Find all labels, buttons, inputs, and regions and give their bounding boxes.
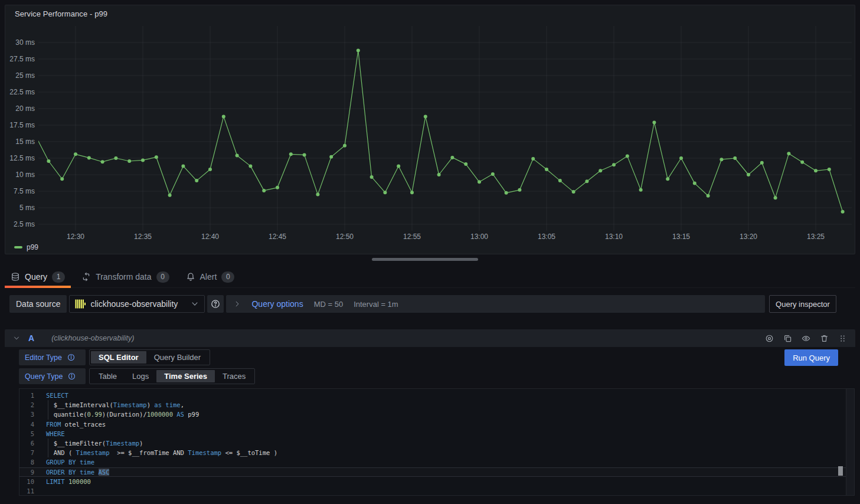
code-text: quantile(0.99)(Duration)/1000000 AS p99 — [46, 410, 199, 419]
svg-text:12:50: 12:50 — [336, 233, 354, 241]
datasource-value: clickhouse-observability — [90, 299, 178, 309]
svg-text:7.5 ms: 7.5 ms — [14, 187, 35, 195]
indent-guide — [48, 410, 48, 419]
tab-query[interactable]: Query1 — [5, 266, 71, 287]
code-text: LIMIT 100000 — [46, 477, 91, 486]
timeseries-chart[interactable]: 2.5 ms5 ms7.5 ms10 ms12.5 ms15 ms17.5 ms… — [5, 23, 855, 243]
line-number: 7 — [19, 448, 34, 457]
chevron-right-icon — [234, 300, 241, 307]
editor-type-label: Editor Type — [19, 349, 86, 365]
query-ref-id[interactable]: A — [28, 333, 34, 343]
code-text: ORDER BY time ASC — [46, 467, 109, 477]
indent-guide — [48, 438, 48, 448]
line-number: 8 — [19, 457, 34, 467]
query-inspector-button[interactable]: Query inspector — [769, 295, 836, 313]
query-header-actions — [765, 334, 847, 343]
editor-type-row: Editor Type SQL EditorQuery Builder — [19, 349, 855, 365]
run-query-button[interactable]: Run Query — [784, 349, 838, 366]
clickhouse-logo-icon — [75, 299, 86, 309]
svg-text:13:00: 13:00 — [470, 233, 488, 241]
query-type-option-table[interactable]: Table — [91, 370, 125, 382]
line-number: 10 — [19, 477, 34, 486]
datasource-row: Data source clickhouse-observability Que… — [9, 295, 836, 313]
sql-line-1: 1SELECT — [19, 391, 854, 400]
svg-text:2.5 ms: 2.5 ms — [14, 220, 35, 228]
active-tab-indicator — [5, 286, 71, 288]
tab-count-badge: 1 — [52, 271, 65, 283]
editor-scrollbar[interactable] — [846, 389, 854, 495]
svg-text:12.5 ms: 12.5 ms — [9, 154, 35, 162]
tab-alert[interactable]: Alert0 — [180, 266, 241, 287]
query-options-toggle[interactable]: Query options — [251, 299, 303, 309]
eye-icon[interactable] — [802, 334, 810, 343]
sql-lines: 1SELECT2 $__timeInterval(Timestamp) as t… — [19, 391, 854, 496]
timeseries-panel: Service Performance - p99 2.5 ms5 ms7.5 … — [5, 5, 855, 254]
line-number: 5 — [19, 429, 34, 438]
sql-line-11: 11 — [19, 486, 854, 496]
datasource-help-button[interactable] — [207, 295, 224, 313]
sql-line-10: 10LIMIT 100000 — [19, 477, 854, 486]
svg-text:5 ms: 5 ms — [19, 204, 35, 212]
query-type-option-traces[interactable]: Traces — [215, 370, 253, 382]
chevron-down-icon — [191, 300, 199, 308]
panel-title[interactable]: Service Performance - p99 — [5, 5, 855, 18]
datasource-label: Data source — [9, 295, 67, 313]
query-row-header[interactable]: A (clickhouse-observability) — [5, 329, 855, 347]
query-type-row: Query Type TableLogsTime SeriesTraces — [19, 368, 855, 384]
code-text: GROUP BY time — [46, 457, 94, 467]
database-icon — [11, 272, 20, 282]
line-number: 6 — [19, 438, 34, 448]
trash-icon[interactable] — [820, 334, 829, 343]
editor-type-option-query-builder[interactable]: Query Builder — [146, 351, 208, 364]
svg-text:12:40: 12:40 — [201, 233, 219, 241]
timeseries-svg[interactable]: 2.5 ms5 ms7.5 ms10 ms12.5 ms15 ms17.5 ms… — [5, 23, 855, 243]
sql-code-editor[interactable]: 1SELECT2 $__timeInterval(Timestamp) as t… — [19, 388, 855, 496]
svg-text:17.5 ms: 17.5 ms — [9, 121, 35, 129]
tab-bar: Query1Transform data0Alert0 — [5, 266, 855, 287]
editor-type-option-sql-editor[interactable]: SQL Editor — [91, 351, 146, 364]
svg-text:12:30: 12:30 — [67, 233, 84, 241]
svg-text:15 ms: 15 ms — [15, 138, 35, 146]
datasource-picker[interactable]: clickhouse-observability — [69, 295, 205, 313]
collapse-caret-icon[interactable] — [13, 335, 20, 342]
sql-line-4: 4FROM otel_traces — [19, 420, 854, 429]
svg-text:20 ms: 20 ms — [15, 104, 35, 113]
sql-line-2: 2 $__timeInterval(Timestamp) as time, — [19, 400, 854, 410]
svg-text:13:10: 13:10 — [605, 233, 623, 241]
line-number: 4 — [19, 420, 34, 429]
svg-text:27.5 ms: 27.5 ms — [9, 55, 35, 63]
sql-line-8: 8GROUP BY time — [19, 457, 854, 467]
copy-icon[interactable] — [783, 334, 792, 343]
line-number: 11 — [19, 486, 34, 496]
svg-text:12:55: 12:55 — [403, 233, 421, 241]
svg-text:30 ms: 30 ms — [15, 38, 35, 47]
disable-icon[interactable] — [765, 334, 774, 343]
query-type-option-time-series[interactable]: Time Series — [156, 370, 215, 382]
drag-icon[interactable] — [838, 334, 847, 343]
transform-icon — [81, 272, 91, 282]
query-datasource-hint: (clickhouse-observability) — [51, 334, 134, 342]
indent-guide — [48, 400, 48, 410]
code-text: SELECT — [46, 391, 68, 400]
svg-text:12:45: 12:45 — [269, 233, 286, 241]
bell-icon — [186, 272, 195, 282]
panel-resize-handle[interactable] — [372, 258, 478, 261]
svg-text:25 ms: 25 ms — [15, 71, 35, 80]
tab-transform-data[interactable]: Transform data0 — [76, 266, 175, 287]
info-circle-icon[interactable] — [68, 372, 76, 380]
sql-line-9: 9ORDER BY time ASC — [19, 467, 854, 477]
tab-bar-wrap: Query1Transform data0Alert0 — [5, 266, 855, 288]
query-type-label: Query Type — [19, 368, 86, 384]
legend-item-p99[interactable]: p99 — [14, 243, 38, 251]
svg-text:13:20: 13:20 — [740, 233, 757, 241]
question-circle-icon — [211, 299, 220, 309]
line-number: 1 — [19, 391, 34, 400]
info-circle-icon[interactable] — [67, 354, 75, 361]
line-number: 9 — [19, 467, 34, 477]
indent-guide — [48, 448, 48, 457]
query-type-option-logs[interactable]: Logs — [125, 370, 156, 382]
sql-line-6: 6 $__timeFilter(Timestamp) — [19, 438, 854, 448]
grafana-explore-page: { "panel": { "title": "Service Performan… — [0, 0, 860, 504]
editor-type-label-text: Editor Type — [25, 354, 62, 362]
query-type-label-text: Query Type — [25, 372, 63, 381]
